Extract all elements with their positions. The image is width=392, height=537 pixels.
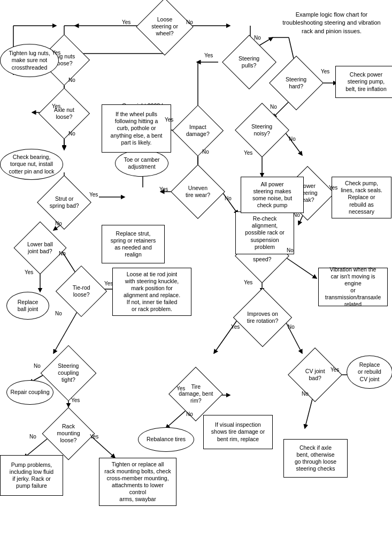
toe-camber-oval: Toe or camberadjustment: [115, 150, 168, 177]
no-label-lug-down: No: [68, 77, 75, 83]
no-label-hard: No: [270, 104, 277, 110]
strut-spring-label: Strut orspring bad?: [49, 194, 80, 210]
check-bearing-oval: Check bearing,torque nut, installcotter …: [0, 149, 63, 180]
rebalance-label: Rebalance tires: [147, 436, 186, 443]
no-label-cv: No: [302, 391, 309, 397]
yes-label-loose-left: Yes: [122, 19, 130, 25]
tie-rod-diamond: Tie-rodloose?: [56, 266, 107, 317]
tighten-lug-oval: Tighten lug nuts,make sure notcrossthrea…: [0, 44, 59, 77]
pump-problems-rect: Pump problems,including low fluidif jerk…: [0, 455, 63, 496]
replace-cv-oval: Replaceor rebuildCV joint: [347, 356, 392, 389]
recheck-align-rect: Re-checkalignment,possible rack orsuspen…: [235, 211, 294, 254]
yes-label-rotation: Yes: [231, 324, 240, 330]
rack-mounting-diamond: Rackmountingloose?: [42, 407, 95, 460]
rack-mounting-label: Rackmountingloose?: [56, 422, 81, 445]
no-label-rotation: No: [288, 324, 295, 330]
check-pump-rect: Check pump,lines, rack seals.Replace orr…: [332, 177, 391, 218]
uneven-tire-diamond: Uneventire wear?: [171, 164, 225, 219]
svg-line-36: [214, 317, 239, 353]
check-axle-label: Check if axlebent, otherwisego through l…: [295, 444, 336, 473]
no-label-uneven: No: [225, 195, 232, 201]
no-label-tire: No: [186, 411, 193, 417]
steering-pulls-label: Steeringpulls?: [237, 54, 260, 70]
cv-joint-label: CV jointbad?: [304, 367, 326, 383]
no-label-coupling: No: [34, 363, 41, 369]
loose-steering-diamond: Loosesteering orwheel?: [136, 0, 193, 56]
yes-label-strut: Yes: [89, 192, 98, 198]
steering-pulls-diamond: Steeringpulls?: [222, 35, 276, 89]
yes-label-leak: Yes: [329, 185, 337, 191]
vibration-not-moving-rect: Vibration when thecar isn't moving is en…: [318, 268, 388, 306]
no-label-loose-right: No: [186, 19, 193, 25]
repair-coupling-oval: Repair coupling: [6, 380, 53, 405]
yes-label-cv: Yes: [330, 367, 339, 373]
steering-hard-label: Steeringhard?: [285, 75, 308, 91]
loose-tie-rod-rect: Loose at tie rod jointwith steering knuc…: [112, 268, 191, 316]
yes-label-impact: Yes: [165, 117, 173, 123]
yes-label-ball: Yes: [25, 269, 33, 275]
no-label-noisy: No: [289, 136, 296, 142]
loose-tie-rod-label: Loose at tie rod jointwith steering knuc…: [124, 271, 180, 313]
rebalance-oval: Rebalance tires: [138, 427, 194, 452]
check-axle-rect: Check if axlebent, otherwisego through l…: [283, 439, 348, 478]
no-label-pulls: No: [254, 35, 261, 41]
steering-coupling-label: Steeringcouplingtight?: [57, 361, 80, 384]
if-wheel-pulls-label: If the wheel pullsfollowing hitting acur…: [111, 111, 163, 146]
tighten-rack-rect: Tighten or replace allrack mounting bolt…: [99, 458, 176, 506]
lower-ball-diamond: Lower balljoint bad?: [14, 222, 67, 275]
recheck-align-label: Re-checkalignment,possible rack orsuspen…: [245, 215, 285, 251]
tire-damage-diamond: Tiredamage, bentrim?: [168, 367, 223, 421]
no-label-impact: No: [202, 149, 209, 155]
no-label-strut: No: [55, 221, 62, 226]
cv-joint-diamond: CV jointbad?: [288, 347, 342, 402]
yes-label-axle: Yes: [52, 103, 60, 109]
tighten-lug-label: Tighten lug nuts,make sure notcrossthrea…: [9, 50, 50, 71]
no-label-vibration: No: [287, 247, 294, 253]
check-bearing-label: Check bearing,torque nut, installcotter …: [9, 154, 54, 175]
yes-label-pulls: Yes: [204, 52, 213, 58]
replace-strut-rect: Replace strut,spring or retainersas need…: [102, 225, 165, 263]
yes-label-rack: Yes: [90, 434, 98, 440]
replace-strut-label: Replace strut,spring or retainersas need…: [111, 230, 156, 259]
repair-coupling-label: Repair coupling: [11, 389, 50, 396]
title-text: Example logic flow chart for troubleshoo…: [278, 11, 385, 35]
flowchart: Example logic flow chart for troubleshoo…: [0, 0, 392, 537]
if-wheel-pulls-rect: If the wheel pullsfollowing hitting acur…: [102, 104, 171, 153]
toe-camber-label: Toe or camberadjustment: [124, 156, 159, 170]
no-label-ball: No: [59, 251, 66, 256]
lower-ball-label: Lower balljoint bad?: [26, 240, 54, 256]
yes-label-vibration: Yes: [244, 279, 252, 285]
no-label-leak: No: [293, 212, 300, 218]
replace-ball-label: Replaceball joint: [18, 299, 39, 313]
strut-spring-diamond: Strut orspring bad?: [37, 175, 91, 230]
all-power-rect: All powersteering makessome noise, butch…: [241, 177, 304, 213]
no-label-axle-down: No: [68, 131, 75, 137]
yes-label-coupling: Yes: [71, 397, 80, 403]
pump-problems-label: Pump problems,including low fluidif jerk…: [10, 462, 53, 490]
svg-line-35: [283, 256, 317, 278]
all-power-label: All powersteering makessome noise, butch…: [252, 181, 292, 209]
loose-steering-label: Loosesteering orwheel?: [150, 15, 179, 38]
vibration-not-moving-label: Vibration when thecar isn't moving is en…: [322, 266, 384, 308]
if-visual-rect: If visual inspectionshows tire damage or…: [203, 415, 273, 449]
axle-nut-diamond: Axle nutloose?: [39, 88, 90, 139]
steering-hard-diamond: Steeringhard?: [269, 56, 324, 110]
replace-cv-label: Replaceor rebuildCV joint: [358, 361, 381, 382]
steering-noisy-label: Steeringnoisy?: [250, 122, 273, 138]
check-power-label: Check powersteering pump,belt, tire infl…: [345, 71, 386, 92]
yes-label-lug-left: Yes: [52, 50, 60, 56]
no-label-rack: No: [29, 434, 36, 440]
impact-damage-label: Impactdamage?: [185, 123, 211, 139]
tighten-rack-label: Tighten or replace allrack mounting bolt…: [103, 461, 173, 503]
improves-rotation-diamond: Improves ontire rotation?: [233, 288, 292, 347]
svg-line-31: [283, 130, 302, 155]
steering-noisy-diamond: Steeringnoisy?: [235, 103, 289, 157]
check-pump-label: Check pump,lines, rack seals.Replace orr…: [341, 180, 382, 215]
yes-label-uneven: Yes: [159, 186, 168, 192]
if-visual-label: If visual inspectionshows tire damage or…: [211, 421, 265, 442]
replace-ball-oval: Replaceball joint: [6, 292, 49, 320]
yes-label-noisy: Yes: [244, 150, 252, 156]
tie-rod-label: Tie-rodloose?: [72, 283, 91, 299]
no-label-tie: No: [55, 311, 62, 316]
uneven-tire-label: Uneventire wear?: [185, 184, 211, 200]
